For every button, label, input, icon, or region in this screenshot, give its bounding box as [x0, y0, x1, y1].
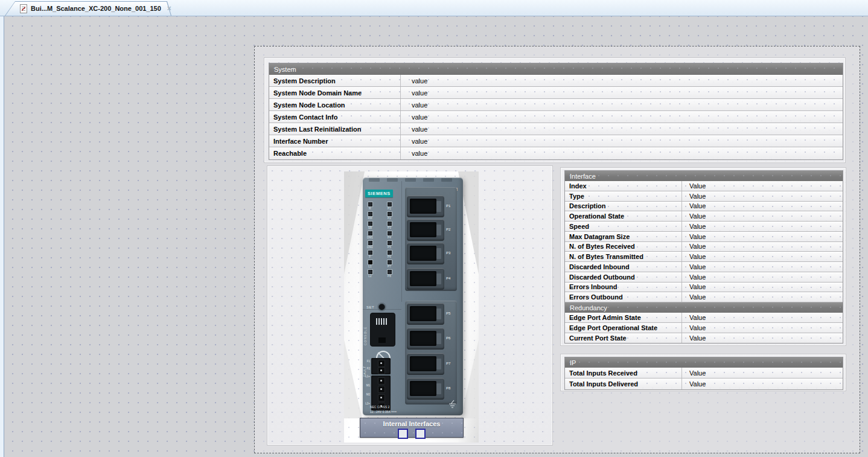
terminal-pin	[378, 367, 385, 374]
row-label: Total Inputs Received	[565, 368, 682, 378]
table-row: TypeValue	[565, 191, 843, 202]
fault-terminal-block	[371, 358, 391, 374]
table-row: System Node Domain Namevalue	[269, 87, 843, 99]
terminal-label-m1: M1	[363, 384, 370, 387]
tab-close-icon[interactable]: ×	[167, 5, 171, 11]
row-value: Value	[682, 272, 706, 282]
led-label: L1	[365, 265, 375, 269]
row-value: Value	[682, 313, 706, 322]
port-label-p7: P7	[446, 362, 450, 365]
terminal-pin	[378, 386, 385, 393]
port-label-p8: P8	[446, 386, 450, 390]
table-row: System Descriptionvalue	[269, 75, 843, 87]
row-value: Value	[682, 323, 706, 333]
led-p5: P5	[384, 240, 395, 249]
row-value: Value	[682, 191, 706, 201]
scalance-switch-device: SIEMENS SCALANCE XC208 RRMSBDM1DM2FL1L2 …	[363, 177, 463, 415]
mounting-notch	[423, 178, 434, 182]
led-indicator	[387, 250, 392, 255]
port-block-2: P5P6P7P8	[405, 301, 457, 404]
row-label: Speed	[565, 222, 682, 231]
led-sb: SB	[365, 221, 375, 230]
interface-table: InterfaceIndexValueTypeValueDescriptionV…	[564, 170, 843, 344]
led-r: R	[365, 202, 375, 211]
ethernet-port-p6	[407, 328, 444, 350]
port-clip	[436, 201, 441, 212]
device-photo: SIEMENS SCALANCE XC208 RRMSBDM1DM2FL1L2 …	[344, 171, 479, 443]
set-button	[378, 304, 385, 310]
terminal-label-m2: M2	[363, 393, 370, 396]
console-label: CONSOLE	[363, 313, 367, 345]
ethernet-port-p1	[407, 196, 444, 217]
row-value: Value	[682, 262, 706, 272]
led-rm: RM	[365, 211, 375, 220]
port-clip	[436, 359, 441, 369]
device-seam	[401, 181, 402, 302]
terminal-label-l1p: L1+	[363, 375, 370, 378]
table-row: Reachablevalue	[269, 147, 843, 159]
row-label: System Contact Info	[269, 111, 401, 123]
table-row: Edge Port Admin StateValue	[565, 313, 843, 323]
led-label: P1	[384, 207, 395, 211]
row-value: Value	[682, 283, 706, 292]
row-value: Value	[682, 181, 706, 191]
faceplate-selection[interactable]: SystemSystem DescriptionvalueSystem Node…	[254, 46, 860, 453]
table-row: DescriptionValue	[565, 202, 843, 212]
port-label-p2: P2	[446, 228, 450, 231]
ethernet-port-p4	[407, 268, 444, 290]
row-value: Value	[682, 222, 706, 231]
led-label: P3	[384, 226, 395, 230]
row-value: value	[401, 75, 427, 86]
photo-backdrop	[344, 171, 365, 274]
led-indicator	[387, 240, 392, 246]
table-row: Total Inputs DeliveredValue	[565, 379, 843, 389]
row-value: value	[401, 99, 427, 110]
port-label-p5: P5	[446, 312, 450, 315]
row-label: Discarded Inbound	[565, 262, 682, 272]
editor-canvas[interactable]: SystemSystem DescriptionvalueSystem Node…	[4, 16, 868, 457]
led-label: P2	[384, 217, 395, 220]
table-row: Current Port StateValue	[565, 333, 843, 344]
mounting-notch	[405, 178, 416, 182]
led-p8: P8	[384, 269, 395, 278]
screen-document-icon	[20, 4, 27, 13]
table-row: Max Datagram SizeValue	[565, 232, 843, 242]
port-opening	[410, 222, 436, 237]
editor-tab[interactable]: Bui...M_Scalance_XC-200_None_001_150 ×	[5, 1, 171, 16]
terminal-label-l2p: L2+	[363, 402, 370, 405]
row-label: Current Port State	[565, 333, 682, 344]
row-label: Errors Inbound	[565, 283, 682, 292]
ethernet-port-p7	[407, 353, 444, 375]
port-opening	[410, 246, 436, 261]
led-p1: P1	[384, 202, 395, 211]
internal-interfaces-bar: Internal Interfaces	[360, 418, 464, 438]
led-f: F	[365, 250, 375, 259]
internal-interface-port-1[interactable]	[398, 429, 408, 439]
row-label: System Description	[269, 75, 401, 86]
led-dm1: DM1	[365, 231, 375, 240]
led-p2: P2	[384, 211, 395, 220]
table-row: System Node Locationvalue	[269, 99, 843, 111]
row-label: Description	[565, 202, 682, 211]
row-label: Max Datagram Size	[565, 232, 682, 241]
led-l2: L2	[365, 269, 375, 278]
led-indicator	[368, 202, 373, 207]
photo-backdrop	[344, 340, 362, 418]
internal-interface-port-2[interactable]	[415, 429, 426, 439]
led-p3: P3	[384, 221, 395, 230]
ethernet-port-p8	[407, 378, 444, 400]
terminal-pin	[378, 360, 385, 367]
internal-interfaces-label: Internal Interfaces	[360, 420, 463, 427]
row-label: Operational State	[565, 211, 682, 221]
port-opening	[410, 271, 436, 286]
led-indicator	[387, 269, 392, 275]
ip-table: IPTotal Inputs ReceivedValueTotal Inputs…	[564, 357, 843, 390]
row-label: System Last Reinitialization	[269, 123, 401, 135]
row-label: System Node Location	[269, 99, 401, 110]
led-p7: P7	[384, 260, 395, 269]
row-value: Value	[682, 292, 706, 302]
terminal-pin	[378, 377, 385, 385]
led-indicator	[368, 250, 373, 255]
led-indicator	[368, 260, 373, 265]
led-label: L2	[365, 275, 375, 278]
